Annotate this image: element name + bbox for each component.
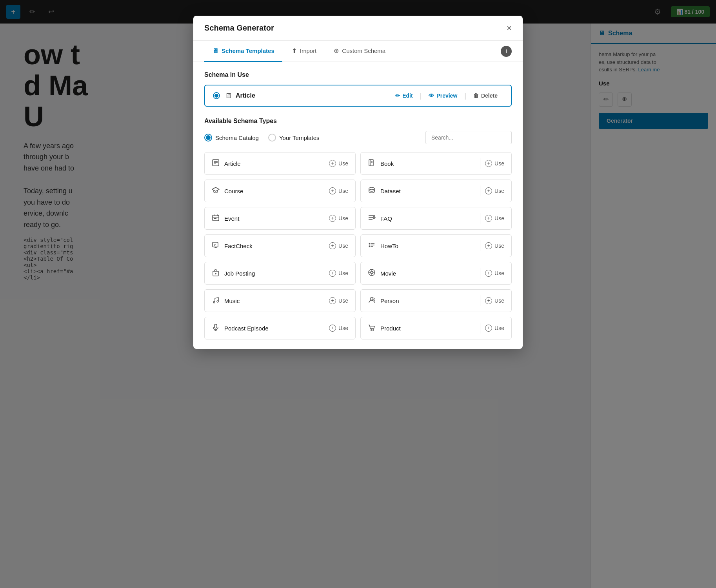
available-schema-header: Schema Catalog Your Templates [204, 131, 512, 144]
jobposting-divider [324, 268, 324, 279]
music-use-button[interactable]: + Use [329, 297, 348, 304]
schema-article-radio[interactable] [213, 92, 220, 99]
schema-catalog-radio-option[interactable]: Schema Catalog [204, 134, 259, 142]
schema-in-use-name: Article [236, 92, 390, 99]
edit-schema-button[interactable]: ✏ Edit [390, 90, 418, 101]
book-divider [480, 158, 480, 169]
modal-body: Schema in Use 🖥 Article ✏ Edit | 👁 Previ… [193, 62, 523, 349]
movie-use-plus: + [485, 270, 492, 277]
event-schema-card: Event + Use [204, 207, 356, 230]
person-card-icon [368, 296, 376, 306]
tab-import[interactable]: ⬆ Import [284, 41, 325, 62]
schema-in-use-title: Schema in Use [204, 71, 512, 78]
course-use-button[interactable]: + Use [329, 187, 348, 194]
import-icon: ⬆ [292, 47, 297, 54]
product-use-plus: + [485, 325, 492, 332]
music-divider [324, 295, 324, 306]
faq-use-button[interactable]: + Use [485, 215, 504, 222]
dataset-use-button[interactable]: + Use [485, 187, 504, 194]
schema-search-input[interactable] [425, 131, 512, 144]
custom-schema-icon: ⊕ [334, 47, 339, 54]
svg-point-27 [369, 246, 370, 247]
jobposting-use-plus: + [329, 270, 336, 277]
faq-card-name: FAQ [380, 215, 475, 222]
movie-card-icon [368, 269, 376, 278]
person-schema-card: Person + Use [360, 289, 512, 312]
svg-point-38 [217, 301, 218, 302]
podcast-use-button[interactable]: + Use [329, 325, 348, 332]
podcast-card-icon [212, 323, 220, 333]
faq-card-icon [368, 214, 376, 223]
tab-schema-templates[interactable]: 🖥 Schema Templates [204, 41, 282, 62]
person-card-name: Person [380, 298, 475, 304]
person-divider [480, 295, 480, 306]
product-schema-card: Product + Use [360, 317, 512, 339]
import-label: Import [300, 47, 317, 54]
product-card-icon [368, 323, 376, 333]
your-templates-radio-option[interactable]: Your Templates [268, 134, 320, 142]
music-card-icon [212, 296, 220, 306]
event-card-name: Event [224, 215, 319, 222]
person-use-label: Use [494, 298, 504, 304]
factcheck-use-button[interactable]: + Use [329, 242, 348, 249]
howto-card-name: HowTo [380, 243, 475, 249]
jobposting-use-button[interactable]: + Use [329, 270, 348, 277]
modal-close-button[interactable]: × [507, 24, 512, 33]
howto-use-plus: + [485, 242, 492, 249]
product-use-button[interactable]: + Use [485, 325, 504, 332]
course-card-name: Course [224, 188, 319, 194]
schema-in-use-actions: ✏ Edit | 👁 Preview | 🗑 Delete [390, 90, 503, 101]
svg-point-44 [371, 329, 372, 330]
movie-use-label: Use [494, 270, 504, 276]
dataset-use-label: Use [494, 188, 504, 194]
svg-point-9 [369, 187, 374, 190]
book-use-label: Use [494, 160, 504, 167]
factcheck-use-label: Use [338, 243, 348, 249]
music-use-plus: + [329, 297, 336, 304]
book-use-button[interactable]: + Use [485, 160, 504, 167]
music-card-name: Music [224, 298, 319, 304]
jobposting-schema-card: Job Posting + Use [204, 262, 356, 285]
svg-point-45 [373, 329, 374, 330]
svg-point-25 [369, 244, 370, 245]
article-divider [324, 158, 324, 169]
howto-use-button[interactable]: + Use [485, 242, 504, 249]
jobposting-use-label: Use [338, 270, 348, 276]
schema-catalog-radio[interactable] [204, 134, 212, 142]
course-use-plus: + [329, 187, 336, 194]
jobposting-card-icon [212, 269, 220, 278]
podcast-schema-card: Podcast Episode + Use [204, 317, 356, 339]
custom-schema-label: Custom Schema [342, 47, 385, 54]
course-schema-card: Course + Use [204, 180, 356, 202]
delete-schema-button[interactable]: 🗑 Delete [468, 90, 503, 101]
article-schema-icon: 🖥 [225, 92, 232, 100]
course-divider [324, 185, 324, 196]
event-use-plus: + [329, 215, 336, 222]
schema-catalog-radio-dot [206, 135, 211, 140]
tab-custom-schema[interactable]: ⊕ Custom Schema [326, 41, 393, 62]
svg-rect-15 [215, 218, 216, 219]
event-card-icon [212, 214, 220, 223]
factcheck-divider [324, 240, 324, 251]
factcheck-card-icon [212, 241, 220, 251]
book-card-name: Book [380, 160, 475, 167]
article-use-button[interactable]: + Use [329, 160, 348, 167]
person-use-button[interactable]: + Use [485, 297, 504, 304]
your-templates-radio[interactable] [268, 134, 276, 142]
course-use-label: Use [338, 188, 348, 194]
schema-in-use-card: 🖥 Article ✏ Edit | 👁 Preview | 🗑 [204, 85, 512, 107]
preview-schema-button[interactable]: 👁 Preview [423, 90, 463, 101]
modal-overlay: Schema Generator × 🖥 Schema Templates ⬆ … [0, 0, 716, 588]
trash-icon: 🗑 [473, 93, 479, 99]
dataset-use-plus: + [485, 187, 492, 194]
faq-use-plus: + [485, 215, 492, 222]
preview-schema-label: Preview [436, 93, 457, 99]
svg-rect-41 [214, 324, 217, 328]
modal-tabs: 🖥 Schema Templates ⬆ Import ⊕ Custom Sch… [193, 41, 523, 62]
info-icon[interactable]: i [501, 46, 512, 57]
schema-templates-label: Schema Templates [222, 47, 274, 54]
event-use-button[interactable]: + Use [329, 215, 348, 222]
faq-schema-card: FAQ + Use [360, 207, 512, 230]
eye-schema-icon: 👁 [429, 93, 434, 99]
movie-use-button[interactable]: + Use [485, 270, 504, 277]
